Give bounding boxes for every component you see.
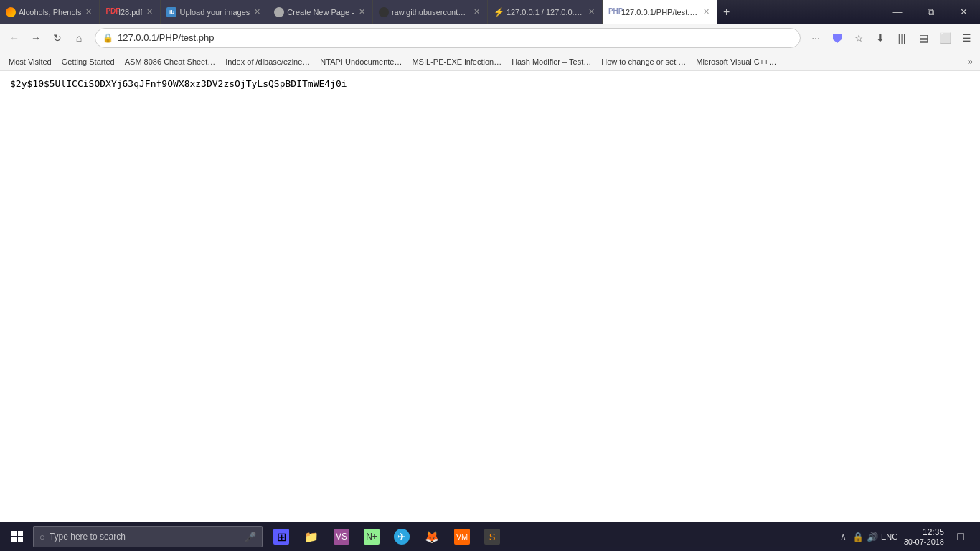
firefox-taskbar-icon: 🦊 [424, 529, 440, 545]
navigation-bar: ← → ↻ ⌂ 🔒 127.0.0.1/PHP/test.php ··· ☆ ⬇… [0, 24, 980, 52]
windows-logo [11, 531, 23, 542]
bookmark-index[interactable]: Index of /dlbase/ezine… [221, 56, 314, 67]
bookmark-msil-label: MSIL-PE-EXE infection… [412, 57, 501, 66]
page-content: $2y$10$5UlICCiSODXYj63qJFnf9OWX8xz3DV2zs… [0, 71, 980, 522]
taskbar-app-sublime[interactable]: S [478, 522, 507, 551]
clock-time: 12:35 [923, 527, 944, 537]
taskbar-app-visual-studio[interactable]: VS [327, 522, 356, 551]
new-tab-button[interactable]: + [717, 0, 735, 24]
tab-close-php[interactable]: ✕ [702, 7, 711, 17]
bookmarks-overflow-button[interactable]: » [965, 56, 976, 67]
home-button[interactable]: ⌂ [69, 28, 89, 48]
tab-upload-label: Upload your images [179, 8, 250, 17]
volume-icon[interactable]: 🔊 [867, 532, 878, 542]
sublime-icon: S [484, 529, 500, 545]
search-icon: ○ [39, 532, 45, 542]
tab-close-local[interactable]: ✕ [587, 7, 596, 17]
bookmark-ntapi[interactable]: NTAPI Undocumente… [316, 56, 406, 67]
bookmark-getting-started[interactable]: Getting Started [57, 56, 119, 67]
minimize-button[interactable]: — [881, 0, 914, 24]
back-button[interactable]: ← [4, 28, 24, 48]
bookmark-asm-label: ASM 8086 Cheat Sheet… [125, 57, 216, 66]
php-icon: PHP [608, 7, 618, 17]
firefox-icon [6, 7, 16, 17]
taskbar-apps: ⊞ 📁 VS N+ ✈ 🦊 VM S [267, 522, 507, 551]
tab-pdf[interactable]: PDF l28.pdf ✕ [100, 0, 161, 24]
system-clock[interactable]: 12:35 30-07-2018 [904, 527, 944, 546]
bookmark-hash[interactable]: Hash Modifier – Test… [507, 56, 595, 67]
security-icon: 🔒 [103, 33, 113, 43]
tab-alcohols-label: Alcohols, Phenols [19, 8, 81, 17]
vmix-icon: VM [454, 529, 470, 545]
refresh-button[interactable]: ↻ [47, 28, 67, 48]
bookmark-asm[interactable]: ASM 8086 Cheat Sheet… [121, 56, 220, 67]
tab-close-pdf[interactable]: ✕ [145, 7, 154, 17]
nav-extras: ··· ☆ ⬇ ||| ▤ ⬜ ☰ [806, 29, 976, 47]
restore-button[interactable]: ⧉ [914, 0, 947, 24]
taskbar-app-telegram[interactable]: ✈ [387, 522, 416, 551]
notepad-icon: N+ [364, 529, 380, 545]
download-button[interactable]: ⬇ [871, 29, 890, 47]
tab-close-github[interactable]: ✕ [472, 7, 481, 17]
tab-pdf-label: l28.pdf [118, 8, 142, 17]
start-button[interactable] [3, 522, 32, 551]
telegram-icon: ✈ [394, 529, 410, 545]
taskbar-app-vmix[interactable]: VM [448, 522, 476, 551]
network-icon[interactable]: 🔒 [852, 532, 864, 542]
taskbar-app-task-manager[interactable]: ⊞ [267, 522, 296, 551]
tab-close-alcohols[interactable]: ✕ [84, 7, 93, 17]
bookmark-most-visited[interactable]: Most Visited [4, 56, 56, 67]
bookmark-most-visited-label: Most Visited [9, 57, 52, 66]
file-explorer-icon: 📁 [303, 529, 319, 545]
create-icon [274, 7, 284, 17]
imgbb-icon: ib [166, 7, 176, 17]
menu-button[interactable]: ☰ [957, 29, 976, 47]
tab-github-label: raw.githubusercontent… [392, 8, 469, 17]
bookmark-star-button[interactable]: ☆ [849, 29, 868, 47]
microphone-icon: 🎤 [245, 532, 256, 542]
tab-close-upload[interactable]: ✕ [253, 7, 262, 17]
tab-alcohols[interactable]: Alcohols, Phenols ✕ [0, 0, 100, 24]
title-bar-controls: — ⧉ ✕ [881, 0, 980, 24]
bookmark-hash-label: Hash Modifier – Test… [512, 57, 591, 66]
tab-php[interactable]: PHP 127.0.0.1/PHP/test.php ✕ [603, 0, 717, 24]
close-button[interactable]: ✕ [947, 0, 980, 24]
title-bar: Alcohols, Phenols ✕ PDF l28.pdf ✕ ib Upl… [0, 0, 980, 24]
tab-php-label: 127.0.0.1/PHP/test.php [621, 8, 699, 17]
more-button[interactable]: ··· [806, 29, 825, 47]
search-placeholder: Type here to search [50, 532, 240, 542]
github-icon [379, 7, 389, 17]
forward-button[interactable]: → [26, 28, 46, 48]
tab-github[interactable]: raw.githubusercontent… ✕ [373, 0, 488, 24]
visual-studio-icon: VS [334, 529, 349, 545]
taskbar-app-firefox[interactable]: 🦊 [418, 522, 446, 551]
task-manager-icon: ⊞ [273, 529, 289, 545]
system-icons: 🔒 🔊 ENG [852, 532, 898, 542]
bookmarks-bar: Most Visited Getting Started ASM 8086 Ch… [0, 52, 980, 71]
taskbar-search[interactable]: ○ Type here to search 🎤 [33, 526, 263, 547]
tab-create[interactable]: Create New Page - ✕ [268, 0, 373, 24]
bookmark-msil[interactable]: MSIL-PE-EXE infection… [407, 56, 506, 67]
sidebar-button[interactable]: ▤ [914, 29, 933, 47]
taskbar-app-notepad[interactable]: N+ [357, 522, 386, 551]
tab-local[interactable]: ⚡ 127.0.0.1 / 127.0.0.1… ✕ [488, 0, 603, 24]
language-label: ENG [881, 532, 898, 541]
taskbar-app-file-explorer[interactable]: 📁 [297, 522, 326, 551]
bookmark-index-label: Index of /dlbase/ezine… [225, 57, 310, 66]
bookmark-how-to[interactable]: How to change or set … [597, 56, 690, 67]
clock-date: 30-07-2018 [904, 537, 944, 546]
bookmark-vs[interactable]: Microsoft Visual C++… [692, 56, 781, 67]
url-display: 127.0.0.1/PHP/test.php [118, 32, 793, 43]
bookmark-how-to-label: How to change or set … [601, 57, 686, 66]
notification-button[interactable]: □ [950, 522, 971, 551]
tray-expand-button[interactable]: ∧ [840, 532, 847, 542]
local-icon: ⚡ [494, 7, 504, 17]
library-button[interactable]: ||| [892, 29, 911, 47]
tab-close-create[interactable]: ✕ [357, 7, 367, 17]
screenshot-button[interactable]: ⬜ [936, 29, 954, 47]
tab-upload[interactable]: ib Upload your images ✕ [161, 0, 268, 24]
pocket-button[interactable] [828, 29, 847, 47]
address-bar[interactable]: 🔒 127.0.0.1/PHP/test.php [95, 28, 801, 48]
bookmark-getting-started-label: Getting Started [62, 57, 115, 66]
pdf-icon: PDF [105, 7, 116, 17]
